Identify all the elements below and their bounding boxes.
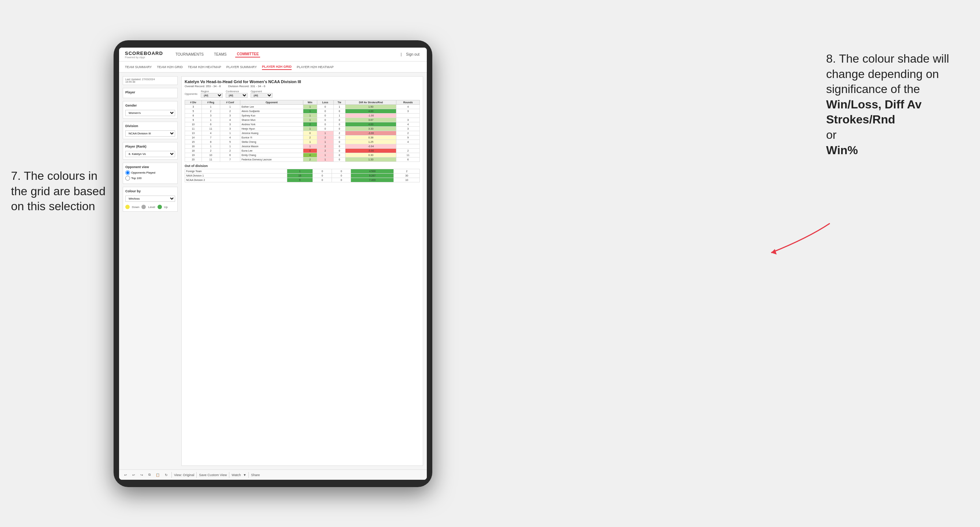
colour-by-select[interactable]: Win/loss — [125, 195, 175, 202]
table-row: 11 11 3 Heejo Hyun 1 0 0 3.33 3 — [185, 127, 420, 131]
sub-nav-team-h2h[interactable]: TEAM H2H GRID — [157, 65, 183, 70]
radio-top100-input[interactable] — [125, 176, 130, 181]
division-select[interactable]: NCAA Division III — [125, 130, 175, 137]
save-custom[interactable]: Save Custom View — [199, 473, 227, 477]
sub-nav-player-h2h[interactable]: PLAYER H2H GRID — [262, 64, 292, 70]
td-loss: 2 — [317, 135, 333, 140]
copy-btn[interactable]: ⧉ — [147, 472, 152, 478]
main-content: Last Updated: 27/03/2024 16:55:38 Player… — [119, 73, 427, 470]
td-loss: 1 — [317, 140, 333, 144]
filter-conference-select[interactable]: (All) — [226, 93, 248, 98]
gender-select[interactable]: Women's — [125, 110, 175, 116]
division-label: Division — [125, 124, 175, 128]
td-win: 2 — [303, 157, 317, 162]
view-original[interactable]: View: Original — [174, 473, 194, 477]
division-record-value: 331 - 34 - 6 — [250, 84, 265, 88]
td-rounds: 4 — [396, 122, 420, 127]
redo2-btn[interactable]: ↪ — [139, 472, 145, 478]
col-rounds: Rounds — [396, 100, 420, 105]
watch-btn[interactable]: Watch — [232, 473, 241, 477]
sign-out[interactable]: Sign out — [404, 52, 421, 57]
td-reg: 7 — [202, 135, 220, 140]
radio-top100[interactable]: Top 100 — [125, 176, 175, 181]
player-rank-label: Player (Rank) — [125, 144, 175, 148]
table-row: 9 1 4 Sharon Mun 1 0 0 3.67 3 — [185, 118, 420, 122]
td-tie: 0 — [333, 140, 345, 144]
refresh-btn[interactable]: ↻ — [163, 472, 169, 478]
out-td-label: Foreign Team — [185, 169, 287, 174]
td-conf: 3 — [220, 127, 240, 131]
overall-record-label: Overall Record: — [185, 84, 205, 88]
td-rounds: 6 — [396, 157, 420, 162]
td-loss: 0 — [317, 105, 333, 109]
td-win: 1 — [303, 118, 317, 122]
redo-btn[interactable]: ↩ — [131, 472, 137, 478]
col-win: Win — [303, 100, 317, 105]
radio-opponents[interactable]: Opponents Played — [125, 170, 175, 175]
td-reg: 10 — [202, 153, 220, 157]
td-win: 2 — [303, 135, 317, 140]
radio-opponents-input[interactable] — [125, 170, 130, 175]
sub-nav-player-summary[interactable]: PLAYER SUMMARY — [226, 65, 257, 70]
toolbar-sep4 — [248, 472, 249, 478]
td-div: 14 — [185, 135, 202, 140]
tablet-frame: SCOREBOARD Powered by clippi TOURNAMENTS… — [114, 40, 432, 487]
last-updated: Last Updated: 27/03/2024 16:55:38 — [123, 76, 178, 85]
legend-dot-down — [125, 205, 130, 209]
td-div: 10 — [185, 122, 202, 127]
td-win: 0 — [303, 149, 317, 153]
logo-area: SCOREBOARD Powered by clippi — [125, 51, 163, 59]
out-td-tie: 0 — [332, 169, 351, 174]
nav-committee[interactable]: COMMITTEE — [235, 51, 260, 57]
td-div: 9 — [185, 118, 202, 122]
legend-dot-level — [142, 205, 146, 209]
filter-region-select[interactable]: (All) — [201, 93, 223, 98]
share-btn[interactable]: Share — [251, 473, 260, 477]
logo-text: SCOREBOARD — [125, 51, 163, 56]
radio-opponents-label: Opponents Played — [131, 171, 155, 174]
td-diff: -0.94 — [345, 144, 396, 149]
legend-dot-up — [158, 205, 162, 209]
paste-btn[interactable]: 📋 — [154, 472, 161, 478]
colour-by-label: Colour by — [125, 189, 175, 193]
annotation-win-loss: Win/Loss, Diff Av Strokes/Rnd — [826, 98, 921, 126]
annotation-right-text: 8. The colour shade will change dependin… — [826, 52, 949, 95]
td-opponent: Jessica Huang — [240, 131, 303, 135]
td-div: 20 — [185, 157, 202, 162]
opponent-view-label: Opponent view — [125, 165, 175, 169]
nav-teams[interactable]: TEAMS — [213, 52, 228, 57]
division-record-label: Division Record: — [228, 84, 250, 88]
annotation-left: 7. The colours in the grid are based on … — [11, 168, 106, 214]
filter-opponent-group: Opponent (All) — [251, 90, 272, 98]
sub-nav-team-heatmap[interactable]: TEAM H2H HEATMAP — [188, 65, 221, 70]
td-conf: 7 — [220, 157, 240, 162]
out-td-rounds: 30 — [394, 174, 420, 178]
overall-record: Overall Record: 353 - 34 - 6 — [185, 84, 221, 88]
sub-nav-player-heatmap[interactable]: PLAYER H2H HEATMAP — [297, 65, 334, 70]
td-rounds: 4 — [396, 105, 420, 109]
grid-container: Katelyn Vo Head-to-Head Grid for Women's… — [181, 76, 423, 466]
td-tie: 1 — [333, 105, 345, 109]
td-win: 2 — [303, 122, 317, 127]
td-tie: 0 — [333, 118, 345, 122]
sidebar-division: Division NCAA Division III — [123, 122, 178, 139]
filter-opponent-select[interactable]: (All) — [251, 93, 272, 98]
legend-down-label: Down — [132, 205, 139, 209]
col-diff: Diff Av Strokes/Rnd — [345, 100, 396, 105]
nav-tournaments[interactable]: TOURNAMENTS — [174, 52, 205, 57]
out-td-label: NCAA Division 2 — [185, 178, 287, 183]
out-td-rounds: 10 — [394, 178, 420, 183]
td-diff: -1.00 — [345, 114, 396, 118]
out-td-label: NAIA Division 1 — [185, 174, 287, 178]
undo-btn[interactable]: ↩ — [123, 472, 129, 478]
player-rank-select[interactable]: 8. Katelyn Vo — [125, 151, 175, 157]
td-tie: 0 — [333, 135, 345, 140]
filter-conference-group: Conference (All) — [226, 90, 248, 98]
arrow-right-svg — [764, 220, 837, 264]
td-reg: 3 — [202, 114, 220, 118]
annotation-right: 8. The colour shade will change dependin… — [826, 51, 973, 158]
td-reg: 11 — [202, 127, 220, 131]
sub-nav-team-summary[interactable]: TEAM SUMMARY — [125, 65, 152, 70]
col-loss: Loss — [317, 100, 333, 105]
grid-records: Overall Record: 353 - 34 - 6 Division Re… — [185, 84, 420, 88]
